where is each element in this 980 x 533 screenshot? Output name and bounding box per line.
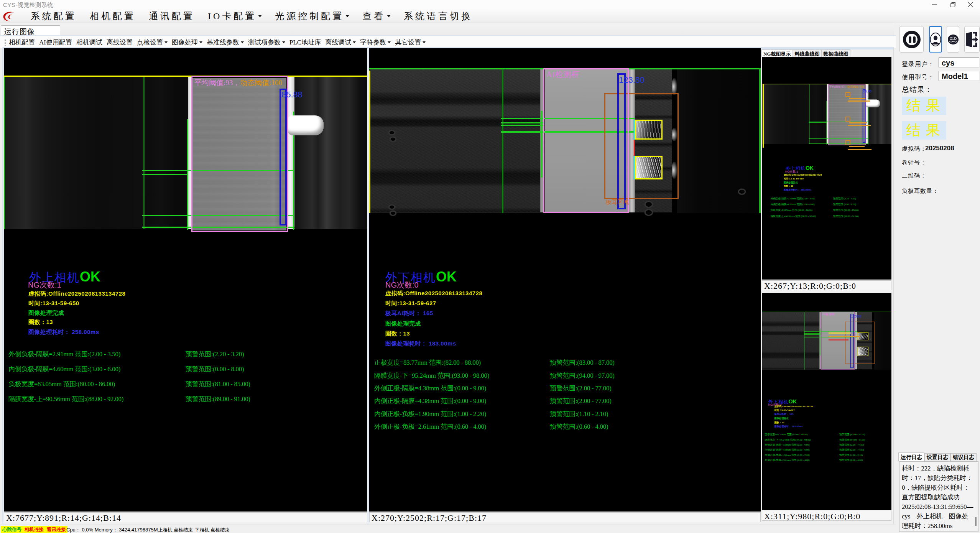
tab-data-curve[interactable]: 数据曲线图 [822, 49, 850, 57]
ng-count-label: NG次数:0 [385, 280, 419, 290]
defect-annotation-text [848, 125, 871, 126]
menu-item-language-switch[interactable]: 系统语言切换 [404, 12, 473, 21]
log-scrollbar-thumb[interactable] [975, 517, 977, 526]
ng-screenshot-lower-statusbar: X:311;Y:980;R:0;G:0;B:0 [762, 511, 891, 521]
tab-error-log[interactable]: 错误日志 [950, 453, 977, 461]
camera-scene-right: AI检测框 123.80 极耳区域 外下相机OK NG次数:0 虚拟码:Offl… [369, 48, 761, 512]
defect-marker-box [845, 117, 850, 122]
overlay-green-line [809, 122, 827, 123]
toolbar-item-offline-debug[interactable]: 离线调试 [325, 39, 356, 46]
overlay-green-line [501, 122, 543, 123]
toolbar-item-ai-usage-config[interactable]: AI使用配置 [39, 39, 72, 46]
chevron-down-icon [241, 41, 244, 43]
toolbar-item-spot-check-settings[interactable]: 点检设置 [137, 39, 168, 46]
tab-settings-log[interactable]: 设置日志 [924, 453, 950, 461]
users-button[interactable] [947, 26, 959, 53]
elapsed-line: 图像处理耗时： 183.00ms [774, 425, 803, 428]
tab-ng-screenshot[interactable]: NG截图显示 [761, 49, 793, 57]
overlay-yellow-line [763, 84, 764, 148]
camera-view-upper-outer[interactable]: 平均阈值:93，动态阈值:100 85.88 外上相机OK NG次数:1 虚拟码… [4, 48, 367, 512]
log-box[interactable]: 耗时：222，缺陷检测耗时：17，缺陷分类耗时：0，缺陷提取分区耗时：直方图提取… [899, 461, 978, 532]
pixel-readout: X:267;Y:13;R:0;G:0;B:0 [764, 281, 856, 291]
loop-count-line: 圈数：13 [28, 319, 53, 325]
toolbar-item-offline-settings[interactable]: 离线设置 [107, 39, 133, 46]
pause-icon [903, 31, 921, 48]
menu-item-light-control-config[interactable]: 光源控制配置 [275, 12, 349, 21]
pixel-readout: X:270;Y:2502;R:17;G:17;B:17 [372, 513, 487, 523]
result-text: 结果 [906, 96, 945, 115]
login-user-field[interactable]: cys [939, 58, 979, 67]
overlay-measure-value: 85.88 [863, 89, 872, 93]
defect-annotation-text [849, 98, 865, 99]
overlay-green-line [820, 329, 821, 355]
toolbar: 相机配置 AI使用配置 相机调试 离线设置 点检设置 图像处理 基准线参数 测试… [0, 35, 896, 48]
toolbar-item-test-item-params[interactable]: 测试项参数 [248, 39, 285, 46]
photo-texture [370, 69, 540, 213]
tab-run-log[interactable]: 运行日志 [898, 452, 924, 461]
chevron-down-icon [164, 41, 168, 43]
defect-annotation-text [829, 339, 848, 341]
photo-tab-blob [288, 115, 324, 135]
overlay-threshold-text: 平均阈值:93，动态阈值:100 [194, 79, 282, 86]
tab-run-image[interactable]: 运行图像 [1, 25, 60, 35]
close-button[interactable] [962, 0, 979, 9]
maximize-button[interactable] [944, 0, 962, 9]
camera-view-lower-outer[interactable]: AI检测框 123.80 极耳区域 外下相机OK NG次数:0 虚拟码:Offl… [369, 48, 761, 512]
pause-button[interactable] [899, 26, 924, 53]
process-done-line: 图像处理完成 [784, 181, 797, 183]
ng-count-label: NG次数:1 [28, 280, 61, 290]
tab-line-curve[interactable]: 料线曲线图 [793, 49, 822, 57]
toolbar-item-char-params[interactable]: 字符参数 [360, 39, 391, 46]
users-icon [947, 34, 959, 45]
photo-region [868, 84, 891, 144]
photo-bolt [390, 211, 396, 216]
chevron-down-icon [387, 15, 391, 17]
menu-item-view[interactable]: 查看 [362, 12, 391, 21]
user-button[interactable] [929, 26, 942, 53]
reel-number-label: 卷针号： [902, 160, 926, 166]
model-field[interactable]: Model1 [939, 71, 979, 81]
overlay-measure-rect-blue [863, 89, 865, 143]
camera-connect-badge: 相机连接 [25, 527, 44, 532]
toolbar-item-plc-address-lib[interactable]: PLC地址库 [289, 39, 321, 46]
menu-item-io-card-config[interactable]: IO卡配置 [208, 12, 262, 21]
mini-scene-wrapper: 平均阈值:93，动态阈值:100 85.88 外上相机OK NG次数:1 虚拟码… [762, 73, 891, 255]
toolbar-item-other-settings[interactable]: 其它设置 [395, 39, 426, 46]
pixel-readout: X:311;Y:980;R:0;G:0;B:0 [764, 512, 860, 521]
ng-count-label: NG次数:1 [785, 169, 798, 174]
overlay-green-line [142, 174, 188, 175]
minimize-button[interactable] [926, 0, 943, 9]
menu-items: 系统配置 相机配置 通讯配置 IO卡配置 光源控制配置 查看 系统语言切换 [31, 9, 473, 23]
toolbar-item-baseline-params[interactable]: 基准线参数 [207, 39, 244, 46]
minimize-icon [932, 2, 937, 7]
toolbar-item-camera-config[interactable]: 相机配置 [9, 39, 35, 46]
menu-item-camera-config[interactable]: 相机配置 [90, 12, 136, 21]
log-tabs: 运行日志 设置日志 错误日志 [898, 453, 977, 461]
photo-bolt [645, 201, 653, 208]
menubar: 系统配置 相机配置 通讯配置 IO卡配置 光源控制配置 查看 系统语言切换 [0, 9, 980, 23]
ai-detect-box-label: AI检测框 [822, 313, 835, 316]
chevron-down-icon [423, 41, 426, 43]
exit-button[interactable] [964, 26, 980, 53]
chevron-down-icon [258, 15, 262, 17]
menu-item-system-config[interactable]: 系统配置 [31, 12, 77, 21]
ai-detect-box-label: AI检测框 [546, 71, 579, 78]
overlay-yellow-line [4, 76, 367, 77]
menu-item-comm-config[interactable]: 通讯配置 [149, 12, 195, 21]
ng-screenshot-upper[interactable]: 平均阈值:93，动态阈值:100 85.88 外上相机OK NG次数:1 虚拟码… [762, 57, 891, 280]
ng-screenshot-lower[interactable]: AI检测框 123.80 外下相机OK NG次数:0 虚拟码:Offline20… [762, 293, 891, 510]
photo-region [762, 84, 810, 144]
toolbar-item-image-processing[interactable]: 图像处理 [172, 39, 202, 46]
statusbar: 心跳信号 相机连接 通讯连接 Cpu： 0.0% Memory： 3424.41… [0, 525, 896, 533]
overlay-measure-value: 123.80 [851, 314, 861, 318]
defect-annotation-text [849, 122, 867, 123]
ai-time-line: 极耳AI耗时： 165 [385, 310, 433, 316]
photo-bolt [388, 204, 395, 210]
toolbar-grip[interactable] [5, 39, 6, 46]
toolbar-item-camera-debug[interactable]: 相机调试 [76, 39, 102, 46]
overlay-measure-rect-blue [280, 89, 287, 225]
camera-scene-left-mini: 平均阈值:93，动态阈值:100 85.88 外上相机OK NG次数:1 虚拟码… [762, 73, 891, 255]
chevron-down-icon [199, 41, 202, 43]
overlay-measure-rect-blue [850, 314, 854, 368]
ai-time-line: 极耳AI耗时： 165 [774, 413, 794, 415]
